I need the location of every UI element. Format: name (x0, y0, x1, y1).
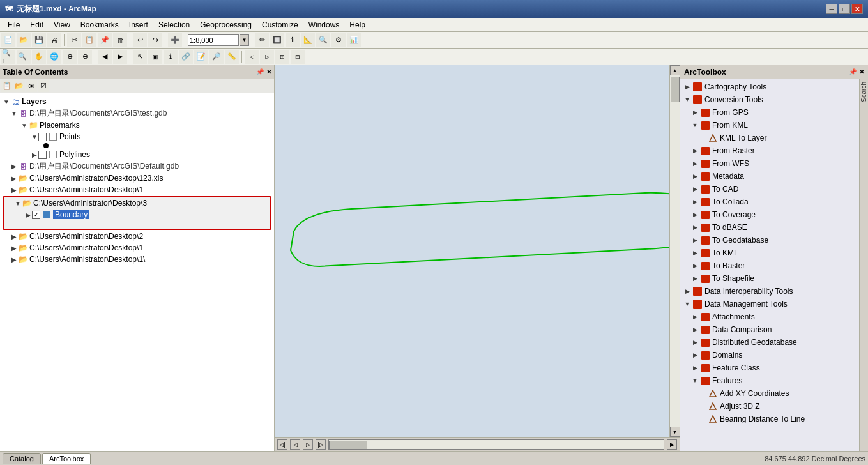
features-label[interactable]: Features (712, 376, 742, 385)
desktop1b-expand[interactable]: ▶ (10, 244, 18, 252)
layers-expand-icon[interactable]: ▼ (3, 98, 10, 105)
data-interop-label[interactable]: Data Interoperability Tools (704, 287, 793, 296)
bearing-distance-label[interactable]: Bearing Distance To Line (720, 415, 805, 423)
atb-conversion-tools[interactable]: ▼ Conversion Tools (680, 93, 859, 106)
atb-from-wfs[interactable]: ▶ From WFS (680, 157, 859, 170)
toc-item-desktop1[interactable]: ▶ 📂 C:\Users\Administrator\Desktop\1 (0, 184, 274, 195)
to-coverage-label[interactable]: To Coverage (712, 210, 756, 219)
attributes-button[interactable]: 🔲 (270, 33, 284, 47)
desktop3-expand[interactable]: ▼ (14, 199, 22, 207)
to-kml-label[interactable]: To KML (712, 248, 738, 257)
points-expand[interactable]: ▼ (31, 133, 38, 141)
zoom-last[interactable]: ◁ (245, 50, 259, 64)
from-wfs-expand[interactable]: ▶ (692, 160, 698, 167)
from-kml-label[interactable]: From KML (712, 121, 748, 130)
atb-domains[interactable]: ▶ Domains (680, 349, 859, 362)
full-extent-button[interactable]: 🌐 (47, 50, 61, 64)
atb-from-raster[interactable]: ▶ From Raster (680, 144, 859, 157)
metadata-label[interactable]: Metadata (712, 172, 744, 181)
layout-btn[interactable]: 📊 (347, 33, 361, 47)
atb-from-kml[interactable]: ▼ From KML (680, 119, 859, 132)
domains-label[interactable]: Domains (712, 351, 742, 360)
attachments-expand[interactable]: ▶ (692, 314, 698, 320)
atb-close-icon[interactable]: ✕ (859, 68, 864, 75)
toc-item-defaultgdb[interactable]: ▶ 🗄 D:\用户目录\Documents\ArcGIS\Default.gdb (0, 160, 274, 172)
metadata-expand[interactable]: ▶ (692, 173, 698, 179)
kml-to-layer-label[interactable]: KML To Layer (720, 133, 766, 142)
atb-to-coverage[interactable]: ▶ To Coverage (680, 208, 859, 221)
atb-attachments[interactable]: ▶ Attachments (680, 310, 859, 323)
menu-help[interactable]: Help (344, 19, 370, 31)
close-button[interactable]: ✕ (851, 4, 863, 14)
map-go-forward[interactable]: ▷ (303, 439, 313, 450)
to-shapefile-expand[interactable]: ▶ (692, 275, 698, 282)
menu-geoprocessing[interactable]: Geoprocessing (195, 19, 257, 31)
atb-distributed-geodatabase[interactable]: ▶ Distributed Geodatabase (680, 336, 859, 349)
toc-item-placemarks[interactable]: ▼ 📁 Placemarks (0, 119, 274, 131)
pan-right[interactable]: ⊞ (275, 50, 289, 64)
toc-item-points[interactable]: ▼ Points (0, 131, 274, 142)
window-controls[interactable]: ─ □ ✕ (826, 4, 863, 14)
from-kml-expand-icon[interactable]: ▼ (692, 122, 698, 128)
map-go-back[interactable]: ◁ (290, 439, 300, 450)
menu-view[interactable]: View (49, 19, 75, 31)
map-area[interactable] (275, 65, 669, 437)
vscroll-track[interactable] (670, 75, 680, 427)
catalog-tab[interactable]: Catalog (3, 453, 41, 464)
atb-to-collada[interactable]: ▶ To Collada (680, 195, 859, 208)
adjust-3dz-label[interactable]: Adjust 3D Z (720, 402, 760, 411)
add-data-button[interactable]: ➕ (168, 33, 182, 47)
toc-item-testgdb[interactable]: ▼ 🗄 D:\用户目录\Documents\ArcGIS\test.gdb (0, 107, 274, 119)
new-button[interactable]: 📄 (1, 33, 15, 47)
vscroll-thumb[interactable] (671, 77, 680, 102)
select-elements[interactable]: ▣ (148, 50, 162, 64)
map-go-first[interactable]: ◁| (277, 439, 287, 450)
search-tab-label[interactable]: Search (860, 82, 867, 102)
toc-list-selection[interactable]: ☑ (38, 80, 49, 92)
atb-to-kml[interactable]: ▶ To KML (680, 247, 859, 259)
data-mgmt-label[interactable]: Data Management Tools (704, 300, 788, 309)
redo-button[interactable]: ↪ (148, 33, 162, 47)
toc-item-desktop1c[interactable]: ▶ 📂 C:\Users\Administrator\Desktop\1\ (0, 254, 274, 265)
atb-from-gps[interactable]: ▶ From GPS (680, 106, 859, 119)
to-geodatabase-label[interactable]: To Geodatabase (712, 236, 768, 245)
to-dbase-label[interactable]: To dBASE (712, 223, 747, 232)
editor-button[interactable]: ✏ (255, 33, 269, 47)
toc-pin-icon[interactable]: 📌 (256, 68, 264, 75)
toc-item-desktop3[interactable]: ▼ 📂 C:\Users\Administrator\Desktop\3 (4, 197, 270, 209)
features-expand[interactable]: ▼ (692, 377, 698, 384)
menu-bookmarks[interactable]: Bookmarks (75, 19, 124, 31)
atb-data-comparison[interactable]: ▶ Data Comparison (680, 323, 859, 336)
pan-button[interactable]: ✋ (32, 50, 46, 64)
map-hscrollbar[interactable] (328, 439, 664, 450)
atb-to-cad[interactable]: ▶ To CAD (680, 183, 859, 195)
atb-data-interop-tools[interactable]: ▶ Data Interoperability Tools (680, 285, 859, 298)
zoom-out-button[interactable]: 🔍- (17, 50, 31, 64)
menu-windows[interactable]: Windows (303, 19, 345, 31)
layers-root[interactable]: ▼ 🗂 Layers (0, 96, 274, 107)
map-hscroll-thumb[interactable] (329, 441, 367, 450)
atb-adjust-3dz[interactable]: Adjust 3D Z (680, 400, 859, 413)
html-popup[interactable]: 📝 (194, 50, 208, 64)
menu-selection[interactable]: Selection (153, 19, 195, 31)
atb-pin-icon[interactable]: 📌 (849, 68, 857, 75)
delete-button[interactable]: 🗑 (113, 33, 127, 47)
toc-item-polylines[interactable]: ▶ Polylines (0, 149, 274, 160)
cut-button[interactable]: ✂ (67, 33, 81, 47)
to-cad-label[interactable]: To CAD (712, 185, 738, 194)
from-raster-expand[interactable]: ▶ (692, 148, 698, 154)
atb-features[interactable]: ▼ Features (680, 374, 859, 387)
to-kml-expand[interactable]: ▶ (692, 250, 698, 256)
copy-button[interactable]: 📋 (82, 33, 96, 47)
placemarks-expand[interactable]: ▼ (20, 121, 28, 129)
desktop1c-expand[interactable]: ▶ (10, 255, 18, 263)
atb-feature-class[interactable]: ▶ Feature Class (680, 362, 859, 374)
atb-add-xy[interactable]: Add XY Coordinates (680, 387, 859, 400)
to-dbase-expand[interactable]: ▶ (692, 224, 698, 231)
toc-item-xls[interactable]: ▶ 📂 C:\Users\Administrator\Desktop\123.x… (0, 172, 274, 184)
boundary-checkbox[interactable] (32, 211, 40, 219)
atb-cartography-tools[interactable]: ▶ Cartography Tools (680, 80, 859, 93)
to-collada-label[interactable]: To Collada (712, 197, 749, 206)
menu-edit[interactable]: Edit (25, 19, 49, 31)
toc-item-boundary[interactable]: ▶ Boundary (4, 209, 270, 220)
